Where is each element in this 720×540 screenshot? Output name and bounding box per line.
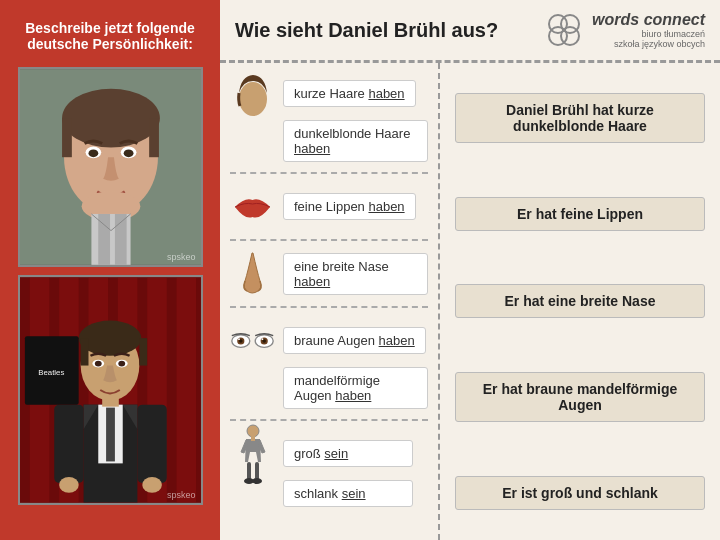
svg-point-43 bbox=[239, 82, 267, 116]
phrase-box-eyes2: mandelförmige Augen haben bbox=[283, 367, 428, 409]
answer-hair: Daniel Brühl hat kurze dunkelblonde Haar… bbox=[455, 93, 705, 143]
answer-nose: Er hat eine breite Nase bbox=[455, 284, 705, 318]
svg-point-32 bbox=[118, 361, 125, 367]
nose-icon bbox=[235, 251, 270, 296]
body-icon-cell bbox=[230, 431, 275, 476]
left-title: Beschreibe jetzt folgende deutsche Persö… bbox=[15, 20, 205, 52]
phrase-box-lips: feine Lippen haben bbox=[283, 193, 416, 220]
svg-rect-54 bbox=[247, 462, 251, 480]
right-panel: Wie sieht Daniel Brühl aus? words connec… bbox=[220, 0, 720, 540]
brand-name: words connect bbox=[592, 11, 705, 29]
watermark-bottom: spskeo bbox=[167, 490, 196, 500]
body-icon bbox=[238, 424, 268, 484]
phrase-box-body2: schlank sein bbox=[283, 480, 413, 507]
svg-point-8 bbox=[123, 149, 133, 157]
svg-point-51 bbox=[262, 338, 264, 340]
eyes-row-1: braune Augen haben bbox=[230, 318, 428, 363]
svg-point-7 bbox=[88, 149, 98, 157]
svg-point-35 bbox=[59, 477, 79, 493]
svg-rect-53 bbox=[251, 436, 255, 441]
photos-area: spskeo bbox=[18, 67, 203, 505]
svg-rect-33 bbox=[54, 405, 83, 483]
nose-icon-cell bbox=[230, 251, 275, 296]
phrase-box-hair1: kurze Haare haben bbox=[283, 80, 416, 107]
hair-row-1: kurze Haare haben bbox=[230, 71, 428, 116]
svg-rect-27 bbox=[80, 338, 88, 365]
app-container: Beschreibe jetzt folgende deutsche Persö… bbox=[0, 0, 720, 540]
svg-point-47 bbox=[238, 338, 240, 340]
body-section: groß sein schlank sein bbox=[230, 431, 428, 507]
svg-point-36 bbox=[142, 477, 162, 493]
answer-lips: Er hat feine Lippen bbox=[455, 197, 705, 231]
right-col: Daniel Brühl hat kurze dunkelblonde Haar… bbox=[440, 63, 720, 540]
brand-subtitle-2: szkoła językow obcych bbox=[592, 39, 705, 49]
nose-section: eine breite Nase haben bbox=[230, 251, 428, 296]
lips-section: feine Lippen haben bbox=[230, 184, 428, 229]
phrase-box-body1: groß sein bbox=[283, 440, 413, 467]
brand-subtitle-1: biuro tłumaczeń bbox=[592, 29, 705, 39]
svg-rect-55 bbox=[255, 462, 259, 480]
photo-top: spskeo bbox=[18, 67, 203, 267]
svg-rect-28 bbox=[139, 338, 147, 365]
watermark-top: spskeo bbox=[167, 252, 196, 262]
content-area: kurze Haare haben dunkelblonde Haare hab… bbox=[220, 63, 720, 540]
svg-text:Beatles: Beatles bbox=[38, 368, 64, 377]
brand-area: words connect biuro tłumaczeń szkoła jęz… bbox=[544, 10, 705, 50]
lips-row: feine Lippen haben bbox=[230, 184, 428, 229]
lips-icon bbox=[230, 192, 275, 222]
photo-bottom: Beatles spskeo bbox=[18, 275, 203, 505]
svg-point-2 bbox=[62, 89, 160, 148]
eyes-icon bbox=[230, 326, 275, 356]
left-panel: Beschreibe jetzt folgende deutsche Persö… bbox=[0, 0, 220, 540]
brand-text: words connect biuro tłumaczeń szkoła jęz… bbox=[592, 11, 705, 49]
top-header: Wie sieht Daniel Brühl aus? words connec… bbox=[220, 0, 720, 63]
hair-icon-cell bbox=[230, 71, 275, 116]
eyes-section: braune Augen haben mandelförmige Augen h… bbox=[230, 318, 428, 409]
svg-rect-12 bbox=[114, 214, 126, 265]
eyes-row-2: mandelförmige Augen haben bbox=[283, 367, 428, 409]
svg-point-42 bbox=[561, 27, 579, 45]
svg-point-52 bbox=[247, 425, 259, 437]
separator-4 bbox=[230, 419, 428, 421]
answer-eyes: Er hat braune mandelförmige Augen bbox=[455, 372, 705, 422]
separator-1 bbox=[230, 172, 428, 174]
phrase-box-nose: eine breite Nase haben bbox=[283, 253, 428, 295]
body-row-2: schlank sein bbox=[283, 480, 428, 507]
phrase-box-hair2: dunkelblonde Haare haben bbox=[283, 120, 428, 162]
eyes-icon-cell bbox=[230, 318, 275, 363]
svg-rect-34 bbox=[137, 405, 166, 483]
svg-rect-23 bbox=[106, 408, 115, 462]
svg-rect-20 bbox=[176, 277, 196, 502]
body-row-1: groß sein bbox=[230, 431, 428, 476]
separator-3 bbox=[230, 306, 428, 308]
hair-icon bbox=[233, 71, 273, 116]
svg-rect-3 bbox=[62, 118, 72, 157]
separator-2 bbox=[230, 239, 428, 241]
svg-rect-4 bbox=[149, 118, 159, 157]
lips-icon-cell bbox=[230, 184, 275, 229]
svg-point-57 bbox=[252, 478, 262, 484]
brand-logo-icon bbox=[544, 10, 584, 50]
middle-col: kurze Haare haben dunkelblonde Haare hab… bbox=[220, 63, 440, 540]
nose-row: eine breite Nase haben bbox=[230, 251, 428, 296]
hair-row-2: dunkelblonde Haare haben bbox=[283, 120, 428, 162]
phrase-box-eyes1: braune Augen haben bbox=[283, 327, 426, 354]
answer-body: Er ist groß und schlank bbox=[455, 476, 705, 510]
svg-point-31 bbox=[94, 361, 101, 367]
hair-section: kurze Haare haben dunkelblonde Haare hab… bbox=[230, 71, 428, 162]
main-question: Wie sieht Daniel Brühl aus? bbox=[235, 19, 544, 42]
